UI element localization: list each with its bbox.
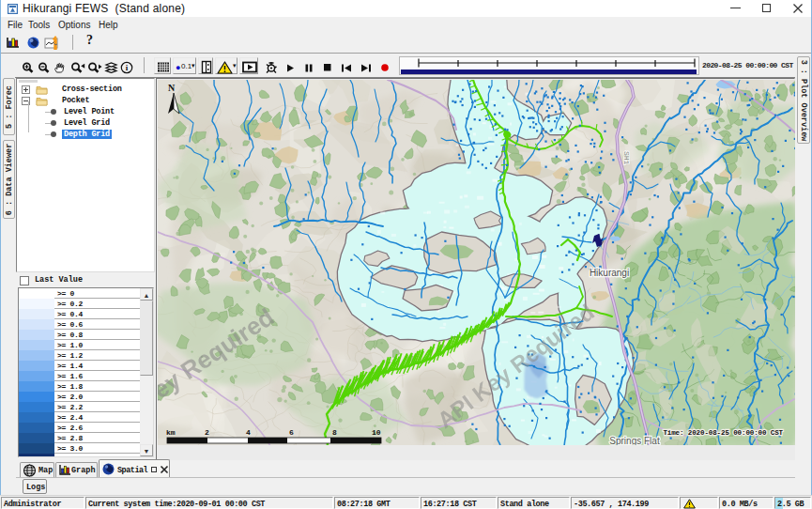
svg-text:Time: 2020-08-25 00:00:00 CST: Time: 2020-08-25 00:00:00 CST xyxy=(663,429,783,437)
svg-text:N: N xyxy=(168,83,176,93)
svg-text:km: km xyxy=(166,428,176,437)
svg-text:10: 10 xyxy=(372,428,381,437)
svg-text:i: i xyxy=(126,63,129,72)
svg-text:Springs Flat: Springs Flat xyxy=(609,436,660,446)
svg-text:6: 6 xyxy=(289,428,294,437)
svg-text:4: 4 xyxy=(246,428,251,437)
svg-text:SH1: SH1 xyxy=(622,151,631,165)
svg-text:2: 2 xyxy=(205,428,209,437)
svg-text:8: 8 xyxy=(332,428,337,437)
svg-text:Hikurangi: Hikurangi xyxy=(590,268,629,278)
